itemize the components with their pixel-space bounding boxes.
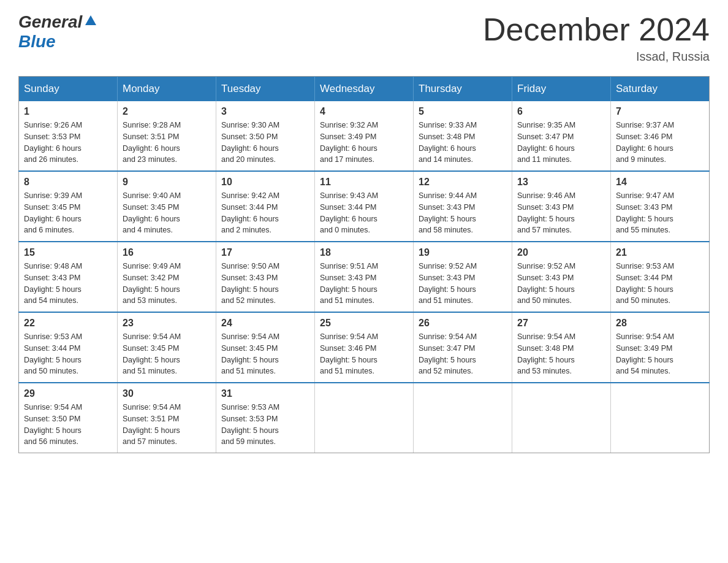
- calendar-cell: 3Sunrise: 9:30 AMSunset: 3:50 PMDaylight…: [216, 101, 315, 171]
- day-info: Sunrise: 9:46 AMSunset: 3:43 PMDaylight:…: [517, 190, 605, 236]
- day-number: 3: [221, 106, 309, 117]
- calendar-cell: 5Sunrise: 9:33 AMSunset: 3:48 PMDaylight…: [414, 101, 512, 171]
- day-info: Sunrise: 9:54 AMSunset: 3:50 PMDaylight:…: [24, 402, 112, 448]
- calendar-week-row: 29Sunrise: 9:54 AMSunset: 3:50 PMDayligh…: [19, 383, 710, 453]
- day-info: Sunrise: 9:43 AMSunset: 3:44 PMDaylight:…: [320, 190, 408, 236]
- header-friday: Friday: [512, 77, 611, 102]
- calendar-cell: 9Sunrise: 9:40 AMSunset: 3:45 PMDaylight…: [118, 171, 216, 242]
- day-info: Sunrise: 9:26 AMSunset: 3:53 PMDaylight:…: [24, 120, 112, 166]
- day-number: 16: [123, 247, 211, 258]
- calendar-cell: 4Sunrise: 9:32 AMSunset: 3:49 PMDaylight…: [315, 101, 414, 171]
- calendar-cell: 2Sunrise: 9:28 AMSunset: 3:51 PMDaylight…: [118, 101, 216, 171]
- day-number: 12: [419, 177, 507, 188]
- day-info: Sunrise: 9:53 AMSunset: 3:44 PMDaylight:…: [616, 261, 704, 307]
- day-number: 21: [616, 247, 704, 258]
- calendar-cell: 23Sunrise: 9:54 AMSunset: 3:45 PMDayligh…: [118, 312, 216, 383]
- logo-triangle-icon: [84, 14, 97, 28]
- day-number: 1: [24, 106, 112, 117]
- calendar-week-row: 1Sunrise: 9:26 AMSunset: 3:53 PMDaylight…: [19, 101, 710, 171]
- calendar-cell: 1Sunrise: 9:26 AMSunset: 3:53 PMDaylight…: [19, 101, 118, 171]
- day-number: 7: [616, 106, 704, 117]
- logo: General Blue: [18, 12, 97, 52]
- logo-general-text: General: [18, 12, 82, 32]
- day-number: 11: [320, 177, 408, 188]
- header-tuesday: Tuesday: [216, 77, 315, 102]
- calendar-cell: 20Sunrise: 9:52 AMSunset: 3:43 PMDayligh…: [512, 242, 611, 312]
- day-info: Sunrise: 9:30 AMSunset: 3:50 PMDaylight:…: [221, 120, 309, 166]
- day-number: 4: [320, 106, 408, 117]
- day-number: 29: [24, 388, 112, 399]
- day-info: Sunrise: 9:54 AMSunset: 3:48 PMDaylight:…: [517, 331, 605, 377]
- calendar-cell: [414, 383, 512, 453]
- header-thursday: Thursday: [414, 77, 512, 102]
- logo-blue-text: Blue: [18, 32, 56, 51]
- day-info: Sunrise: 9:35 AMSunset: 3:47 PMDaylight:…: [517, 120, 605, 166]
- day-number: 22: [24, 318, 112, 329]
- day-info: Sunrise: 9:52 AMSunset: 3:43 PMDaylight:…: [419, 261, 507, 307]
- calendar-week-row: 8Sunrise: 9:39 AMSunset: 3:45 PMDaylight…: [19, 171, 710, 242]
- day-number: 9: [123, 177, 211, 188]
- day-info: Sunrise: 9:51 AMSunset: 3:43 PMDaylight:…: [320, 261, 408, 307]
- calendar-cell: 29Sunrise: 9:54 AMSunset: 3:50 PMDayligh…: [19, 383, 118, 453]
- calendar-cell: 21Sunrise: 9:53 AMSunset: 3:44 PMDayligh…: [611, 242, 710, 312]
- header-wednesday: Wednesday: [315, 77, 414, 102]
- day-info: Sunrise: 9:47 AMSunset: 3:43 PMDaylight:…: [616, 190, 704, 236]
- day-info: Sunrise: 9:39 AMSunset: 3:45 PMDaylight:…: [24, 190, 112, 236]
- day-info: Sunrise: 9:52 AMSunset: 3:43 PMDaylight:…: [517, 261, 605, 307]
- calendar-cell: 26Sunrise: 9:54 AMSunset: 3:47 PMDayligh…: [414, 312, 512, 383]
- day-number: 13: [517, 177, 605, 188]
- calendar-cell: 13Sunrise: 9:46 AMSunset: 3:43 PMDayligh…: [512, 171, 611, 242]
- day-number: 5: [419, 106, 507, 117]
- day-number: 19: [419, 247, 507, 258]
- calendar-cell: 8Sunrise: 9:39 AMSunset: 3:45 PMDaylight…: [19, 171, 118, 242]
- day-info: Sunrise: 9:40 AMSunset: 3:45 PMDaylight:…: [123, 190, 211, 236]
- calendar-cell: 28Sunrise: 9:54 AMSunset: 3:49 PMDayligh…: [611, 312, 710, 383]
- day-info: Sunrise: 9:54 AMSunset: 3:49 PMDaylight:…: [616, 331, 704, 377]
- day-number: 18: [320, 247, 408, 258]
- day-info: Sunrise: 9:54 AMSunset: 3:51 PMDaylight:…: [123, 402, 211, 448]
- calendar-cell: 10Sunrise: 9:42 AMSunset: 3:44 PMDayligh…: [216, 171, 315, 242]
- calendar-cell: 25Sunrise: 9:54 AMSunset: 3:46 PMDayligh…: [315, 312, 414, 383]
- day-info: Sunrise: 9:32 AMSunset: 3:49 PMDaylight:…: [320, 120, 408, 166]
- location-subtitle: Issad, Russia: [483, 50, 710, 64]
- day-number: 14: [616, 177, 704, 188]
- calendar-cell: 24Sunrise: 9:54 AMSunset: 3:45 PMDayligh…: [216, 312, 315, 383]
- day-number: 23: [123, 318, 211, 329]
- calendar-cell: 18Sunrise: 9:51 AMSunset: 3:43 PMDayligh…: [315, 242, 414, 312]
- header-saturday: Saturday: [611, 77, 710, 102]
- day-info: Sunrise: 9:44 AMSunset: 3:43 PMDaylight:…: [419, 190, 507, 236]
- day-info: Sunrise: 9:54 AMSunset: 3:46 PMDaylight:…: [320, 331, 408, 377]
- svg-marker-0: [85, 15, 96, 25]
- day-number: 27: [517, 318, 605, 329]
- calendar-cell: [512, 383, 611, 453]
- calendar-cell: [611, 383, 710, 453]
- calendar-cell: 14Sunrise: 9:47 AMSunset: 3:43 PMDayligh…: [611, 171, 710, 242]
- day-number: 6: [517, 106, 605, 117]
- calendar-cell: 7Sunrise: 9:37 AMSunset: 3:46 PMDaylight…: [611, 101, 710, 171]
- day-info: Sunrise: 9:54 AMSunset: 3:47 PMDaylight:…: [419, 331, 507, 377]
- calendar-cell: 31Sunrise: 9:53 AMSunset: 3:53 PMDayligh…: [216, 383, 315, 453]
- calendar-cell: 27Sunrise: 9:54 AMSunset: 3:48 PMDayligh…: [512, 312, 611, 383]
- day-number: 31: [221, 388, 309, 399]
- calendar-cell: 15Sunrise: 9:48 AMSunset: 3:43 PMDayligh…: [19, 242, 118, 312]
- calendar-cell: 16Sunrise: 9:49 AMSunset: 3:42 PMDayligh…: [118, 242, 216, 312]
- day-number: 25: [320, 318, 408, 329]
- header-sunday: Sunday: [19, 77, 118, 102]
- calendar-cell: 12Sunrise: 9:44 AMSunset: 3:43 PMDayligh…: [414, 171, 512, 242]
- calendar-cell: [315, 383, 414, 453]
- day-number: 20: [517, 247, 605, 258]
- day-info: Sunrise: 9:48 AMSunset: 3:43 PMDaylight:…: [24, 261, 112, 307]
- day-number: 26: [419, 318, 507, 329]
- day-number: 2: [123, 106, 211, 117]
- day-info: Sunrise: 9:42 AMSunset: 3:44 PMDaylight:…: [221, 190, 309, 236]
- day-info: Sunrise: 9:50 AMSunset: 3:43 PMDaylight:…: [221, 261, 309, 307]
- calendar-cell: 30Sunrise: 9:54 AMSunset: 3:51 PMDayligh…: [118, 383, 216, 453]
- page-header: General Blue December 2024 Issad, Russia: [18, 12, 710, 64]
- calendar-cell: 6Sunrise: 9:35 AMSunset: 3:47 PMDaylight…: [512, 101, 611, 171]
- day-info: Sunrise: 9:54 AMSunset: 3:45 PMDaylight:…: [123, 331, 211, 377]
- day-number: 10: [221, 177, 309, 188]
- month-title: December 2024: [483, 12, 710, 47]
- day-info: Sunrise: 9:28 AMSunset: 3:51 PMDaylight:…: [123, 120, 211, 166]
- day-info: Sunrise: 9:53 AMSunset: 3:44 PMDaylight:…: [24, 331, 112, 377]
- calendar-cell: 22Sunrise: 9:53 AMSunset: 3:44 PMDayligh…: [19, 312, 118, 383]
